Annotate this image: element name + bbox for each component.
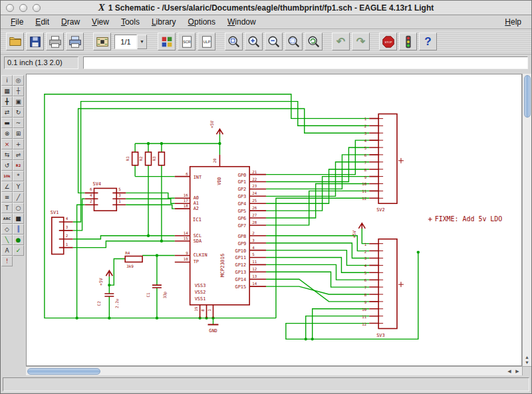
group-tool-button[interactable]: ▬ xyxy=(1,118,13,128)
copy-tool-button[interactable]: ▣ xyxy=(13,96,24,107)
pinswap-tool-button[interactable]: ⇆ xyxy=(1,149,13,160)
zoom-out-button[interactable] xyxy=(265,33,283,50)
plus5v-symbol-c2[interactable] xyxy=(106,270,112,276)
net-wire[interactable] xyxy=(362,229,369,244)
label-tool-button[interactable]: A xyxy=(1,245,13,256)
text-tool-button[interactable]: T xyxy=(1,203,13,213)
scroll-down-icon[interactable]: ▼ xyxy=(523,360,531,365)
polygon-tool-button[interactable]: ◇ xyxy=(1,224,13,235)
move-tool-button[interactable]: ╋ xyxy=(1,96,13,107)
net-wire[interactable] xyxy=(266,279,369,302)
sheet-dropdown-arrow-icon[interactable]: ▼ xyxy=(137,35,147,49)
redo-button[interactable]: ↷ xyxy=(352,33,370,50)
c2-plates[interactable] xyxy=(104,294,114,296)
save-button[interactable] xyxy=(26,33,44,50)
close-button[interactable] xyxy=(6,4,14,12)
sv3-body[interactable] xyxy=(378,239,397,329)
minimize-button[interactable] xyxy=(19,4,27,12)
smash-tool-button[interactable]: * xyxy=(13,171,24,181)
net-wire[interactable] xyxy=(126,193,175,198)
show-tool-button[interactable]: ◎ xyxy=(13,75,24,86)
net-wire[interactable] xyxy=(109,258,125,285)
net-wire[interactable] xyxy=(306,316,369,340)
print-button[interactable] xyxy=(46,33,64,50)
board-button[interactable] xyxy=(93,33,111,50)
command-input[interactable] xyxy=(83,56,528,69)
add-tool-button[interactable]: + xyxy=(13,139,24,149)
menu-tools[interactable]: Tools xyxy=(115,16,146,28)
run-ulp-button[interactable]: ULP xyxy=(198,33,215,50)
sv4-body[interactable] xyxy=(94,188,116,211)
menu-window[interactable]: Window xyxy=(221,16,262,28)
menu-edit[interactable]: Edit xyxy=(29,16,55,28)
c1-plates[interactable] xyxy=(152,285,162,288)
zoom-button[interactable] xyxy=(33,4,41,12)
plus5v-symbol-top[interactable] xyxy=(216,129,223,134)
stop-button[interactable]: STOP xyxy=(379,33,397,50)
erc-tool-button[interactable]: ✓ xyxy=(13,245,24,256)
wire-tool-button[interactable]: ╱ xyxy=(13,192,24,203)
junction-tool-button[interactable]: ● xyxy=(13,235,24,245)
mirror-tool-button[interactable]: ⇄ xyxy=(1,107,13,118)
undo-button[interactable]: ↶ xyxy=(332,33,350,50)
vertical-scrollbar[interactable]: ▲ ▼ xyxy=(522,74,531,366)
zoom-in-button[interactable] xyxy=(245,33,263,50)
scroll-right-icon[interactable]: ▶ xyxy=(513,369,521,374)
r1-body[interactable] xyxy=(132,152,138,165)
zoom-fit-button[interactable] xyxy=(225,33,243,50)
use-library-button[interactable] xyxy=(158,33,176,50)
schematic-drawing[interactable]: IC1 MCP23016 INT A0 A1 A2 SCL SDA CLKIN … xyxy=(27,74,521,365)
bus-tool-button[interactable]: ║ xyxy=(13,224,24,235)
rect-tool-button[interactable]: ■ xyxy=(13,213,24,224)
plus5v-symbol-sv3[interactable] xyxy=(358,223,365,229)
net-wire[interactable] xyxy=(45,94,369,318)
run-script-button[interactable]: SCR xyxy=(178,33,196,50)
menu-options[interactable]: Options xyxy=(182,16,221,28)
net-wire[interactable] xyxy=(135,165,175,177)
gateswap-tool-button[interactable]: ⇌ xyxy=(13,149,24,160)
vertical-scrollbar-thumb[interactable] xyxy=(524,75,531,118)
open-button[interactable] xyxy=(6,33,24,50)
go-button[interactable] xyxy=(399,33,417,50)
net-wire[interactable] xyxy=(126,199,175,203)
scroll-up-icon[interactable]: ▲ xyxy=(523,355,531,360)
change-tool-button[interactable]: ~ xyxy=(13,118,24,128)
paste-tool-button[interactable]: ⊞ xyxy=(13,128,24,139)
net-wire[interactable] xyxy=(73,199,85,231)
info-tool-button[interactable]: i xyxy=(1,75,13,86)
horizontal-scrollbar-thumb[interactable] xyxy=(27,368,100,375)
mark-tool-button[interactable]: ┼ xyxy=(13,86,24,96)
display-tool-button[interactable]: ▦ xyxy=(1,86,13,96)
cut-tool-button[interactable]: ⊗ xyxy=(1,128,13,139)
sv2-body[interactable] xyxy=(378,114,397,203)
r3-body[interactable] xyxy=(158,152,164,165)
menu-draw[interactable]: Draw xyxy=(55,16,86,28)
net-wire[interactable] xyxy=(73,241,175,248)
horizontal-scrollbar[interactable]: ◀ ▶ xyxy=(26,366,522,375)
menu-library[interactable]: Library xyxy=(146,16,182,28)
net-wire[interactable] xyxy=(78,109,370,193)
invoke-tool-button[interactable]: ≡ xyxy=(1,192,13,203)
zoom-redraw-button[interactable] xyxy=(305,33,323,50)
scroll-left-icon[interactable]: ◀ xyxy=(505,369,513,374)
rotate-tool-button[interactable]: ↻ xyxy=(13,107,24,118)
net-wire[interactable] xyxy=(73,236,175,239)
miter-tool-button[interactable]: ∠ xyxy=(1,181,13,192)
net-wire[interactable] xyxy=(313,309,370,340)
delete-tool-button[interactable]: × xyxy=(1,139,13,149)
menu-file[interactable]: File xyxy=(5,16,29,28)
r2-body[interactable] xyxy=(146,152,152,165)
split-tool-button[interactable]: Y xyxy=(13,181,24,192)
sheet-selector[interactable]: 1/1 ▼ xyxy=(114,35,147,49)
vertical-scrollbar-track[interactable] xyxy=(523,118,531,355)
schematic-canvas[interactable]: IC1 MCP23016 INT A0 A1 A2 SCL SDA CLKIN … xyxy=(26,74,522,366)
help-button[interactable]: ? xyxy=(419,33,437,50)
title-bar[interactable]: X 1 Schematic - /Users/alaric/Documents/… xyxy=(1,1,531,15)
name-tool-button[interactable]: R2 xyxy=(13,160,24,171)
net-wire[interactable] xyxy=(126,205,175,209)
r4-body[interactable] xyxy=(125,256,142,262)
cam-processor-button[interactable] xyxy=(66,33,84,50)
menu-help[interactable]: Help xyxy=(499,16,527,28)
zoom-select-button[interactable] xyxy=(285,33,303,50)
errors-tool-button[interactable]: ! xyxy=(1,256,13,266)
